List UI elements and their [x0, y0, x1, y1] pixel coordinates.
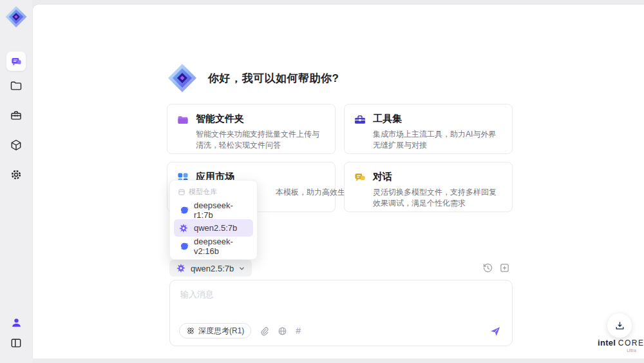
message-input[interactable]	[170, 280, 512, 318]
card-desc: 灵活切换多模型文件，支持多样回复效果调试，满足个性化需求	[373, 187, 503, 209]
sidebar	[0, 0, 32, 363]
send-icon[interactable]	[489, 325, 502, 338]
download-button[interactable]	[607, 313, 632, 338]
model-selector-label: qwen2.5:7b	[191, 264, 234, 273]
history-icon[interactable]	[482, 262, 493, 273]
person-icon	[10, 317, 23, 329]
sidebar-item-account[interactable]	[6, 313, 26, 332]
sidebar-item-toolbox[interactable]	[6, 106, 26, 125]
card-title: 对话	[373, 171, 503, 183]
main-panel: 你好，我可以如何帮助你? 智能文件夹 智能文件夹功能支持批量文件上传与清洗，轻松…	[32, 4, 644, 358]
repo-icon	[178, 188, 185, 196]
dialog-icon	[354, 172, 366, 184]
download-icon	[614, 320, 625, 331]
qwen-icon	[176, 263, 186, 273]
greeting: 你好，我可以如何帮助你?	[167, 63, 339, 93]
qwen-icon	[178, 223, 189, 233]
intel-core-badge: intel CORE Ultra	[598, 338, 641, 353]
chat-bubble-icon	[10, 55, 23, 68]
deepseek-icon	[178, 205, 189, 215]
sidebar-item-settings[interactable]	[6, 165, 26, 184]
card-title: 智能文件夹	[196, 113, 326, 125]
card-toolset[interactable]: 工具集 集成市场上主流工具，助力AI与外界无缝扩展与对接	[344, 104, 513, 154]
composer-tools	[482, 262, 510, 273]
composer: 深度思考(R1) #	[169, 280, 513, 346]
model-dropdown-header: 模型仓库	[174, 185, 253, 201]
card-desc: 集成市场上主流工具，助力AI与外界无缝扩展与对接	[373, 129, 503, 151]
deepseek-icon	[178, 241, 189, 251]
smart-folder-icon	[176, 113, 189, 126]
intel-brand-label: intel	[598, 338, 616, 348]
model-dropdown: 模型仓库 deepseek-r1:7b qwen2.5:7b deepseek-…	[169, 180, 258, 260]
card-smart-folder[interactable]: 智能文件夹 智能文件夹功能支持批量文件上传与清洗，轻松实现文件问答	[167, 104, 336, 154]
composer-bottom-bar: 深度思考(R1) #	[179, 323, 301, 338]
toolset-icon	[354, 113, 366, 126]
sidebar-item-collapse[interactable]	[6, 333, 26, 353]
card-desc: 智能文件夹功能支持批量文件上传与清洗，轻松实现文件问答	[196, 129, 326, 151]
chevron-down-icon	[238, 265, 245, 272]
toolbox-icon	[10, 109, 23, 122]
hash-icon[interactable]: #	[296, 326, 301, 336]
model-dropdown-header-label: 模型仓库	[189, 187, 217, 197]
card-title: 工具集	[373, 113, 503, 125]
greeting-logo-icon	[167, 63, 198, 93]
sidebar-item-chat[interactable]	[6, 52, 26, 71]
model-option-label: deepseek-r1:7b	[194, 201, 249, 220]
greeting-title: 你好，我可以如何帮助你?	[208, 71, 339, 86]
model-option-qwen[interactable]: qwen2.5:7b	[174, 219, 253, 237]
model-option-label: deepseek-v2:16b	[194, 237, 249, 256]
sidebar-item-folders[interactable]	[6, 76, 26, 95]
sidebar-item-models[interactable]	[6, 135, 26, 155]
model-option-label: qwen2.5:7b	[194, 223, 237, 233]
model-option-deepseek-v2[interactable]: deepseek-v2:16b	[174, 237, 253, 255]
atom-icon	[186, 326, 195, 335]
new-chat-icon[interactable]	[499, 262, 510, 273]
model-option-deepseek-r1[interactable]: deepseek-r1:7b	[174, 201, 253, 219]
folder-icon	[10, 79, 23, 92]
intel-tier-label: Ultra	[598, 348, 641, 353]
gear-icon	[10, 168, 23, 181]
globe-icon[interactable]	[278, 326, 287, 336]
model-selector[interactable]: qwen2.5:7b	[169, 260, 252, 277]
app-logo-icon	[5, 5, 28, 28]
intel-product-label: CORE	[618, 338, 644, 348]
panel-icon	[10, 337, 23, 349]
card-dialog[interactable]: 对话 灵活切换多模型文件，支持多样回复效果调试，满足个性化需求	[344, 162, 513, 212]
deep-think-label: 深度思考(R1)	[198, 326, 244, 337]
cube-icon	[10, 139, 23, 152]
deep-think-toggle[interactable]: 深度思考(R1)	[179, 323, 251, 338]
paperclip-icon[interactable]	[260, 326, 269, 336]
